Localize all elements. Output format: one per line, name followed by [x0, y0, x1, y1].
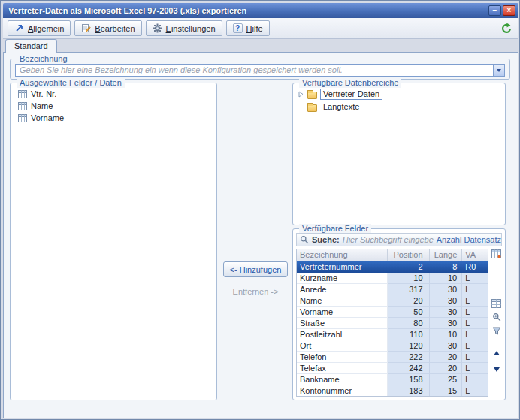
cell-position: 120 [388, 340, 430, 352]
cell-name: Straße [297, 318, 388, 329]
help-icon: ? [233, 23, 243, 33]
cell-name: Kontonummer [297, 385, 388, 397]
bezeichnung-group: Bezeichnung Geben Sie hier eine Bezeichn… [10, 59, 510, 80]
tree-item[interactable]: Langtexte [298, 101, 501, 113]
search-bar[interactable]: Suche: Hier Suchbegriff eingebe Anzahl D… [296, 233, 502, 246]
filter-icon[interactable] [491, 325, 502, 336]
cell-laenge: 20 [430, 352, 463, 363]
cell-position: 2 [388, 261, 430, 273]
field-row[interactable]: Bankname15825L [297, 374, 488, 385]
cell-va: R0 [462, 261, 488, 273]
selected-fields-list: Vtr.-Nr. Name Vorname [15, 88, 213, 396]
allgemein-button[interactable]: Allgemein [8, 20, 71, 36]
field-row[interactable]: Telefax24220L [297, 363, 488, 374]
combo-dropdown-button[interactable] [493, 65, 504, 76]
minimize-button[interactable]: − [488, 5, 501, 16]
selected-fields-group: Ausgewählte Felder / Daten Vtr.-Nr. Name… [10, 83, 217, 400]
data-areas-tree: Vertreter-Daten Langtexte [298, 88, 501, 221]
cell-name: Vertreternummer [297, 261, 388, 273]
data-areas-group: Verfügbare Datenbereiche Vertreter-Daten… [292, 83, 506, 225]
cell-laenge: 10 [430, 329, 463, 340]
cell-laenge: 30 [430, 295, 463, 307]
selected-fields-legend: Ausgewählte Felder / Daten [17, 78, 125, 88]
scroll-down-button[interactable] [491, 364, 502, 375]
hilfe-button[interactable]: ? Hilfe [226, 20, 270, 36]
col-header-position[interactable]: Position [388, 249, 430, 261]
search-label: Suche: [312, 235, 340, 244]
bezeichnung-placeholder: Geben Sie hier eine Bezeichnung ein wenn… [16, 65, 493, 76]
cell-position: 110 [388, 329, 430, 340]
data-areas-legend: Verfügbare Datenbereiche [299, 78, 401, 88]
field-row[interactable]: Vertreternummer28R0 [297, 261, 488, 273]
field-row[interactable]: Straße8030L [297, 318, 488, 329]
table-side-toolbar [490, 249, 503, 397]
content-panel: Bezeichnung Geben Sie hier eine Bezeichn… [3, 52, 518, 418]
col-header-bezeichnung[interactable]: Bezeichnung [297, 249, 388, 261]
cell-va: L [462, 284, 488, 295]
tree-item[interactable]: Vertreter-Daten [298, 88, 501, 101]
cell-position: 242 [388, 363, 430, 374]
col-header-laenge[interactable]: Länge [430, 249, 463, 261]
einstellungen-button[interactable]: Einstellungen [146, 20, 222, 36]
cell-name: Bankname [297, 374, 388, 385]
list-item[interactable]: Vtr.-Nr. [15, 88, 213, 100]
bezeichnung-combobox[interactable]: Geben Sie hier eine Bezeichnung ein wenn… [15, 64, 505, 77]
field-row[interactable]: Anrede31730L [297, 284, 488, 295]
list-item-label: Vorname [31, 113, 64, 122]
record-count: Anzahl Datensätze: 77 [437, 235, 502, 244]
bearbeiten-button[interactable]: Bearbeiten [74, 20, 141, 36]
cell-laenge: 10 [430, 273, 463, 284]
list-item-label: Vtr.-Nr. [31, 89, 56, 98]
cell-name: Ort [297, 340, 388, 352]
field-row[interactable]: Kontonummer18315L [297, 385, 488, 397]
field-row[interactable]: Postleitzahl11010L [297, 329, 488, 340]
folder-icon [307, 104, 317, 112]
cell-position: 317 [388, 284, 430, 295]
list-item[interactable]: Name [15, 100, 213, 112]
tab-standard[interactable]: Standard [5, 39, 57, 53]
table-header[interactable]: Bezeichnung Position Länge VA [297, 249, 488, 261]
cell-position: 80 [388, 318, 430, 329]
cell-name: Telefon [297, 352, 388, 363]
remove-button[interactable]: Entfernen -> [223, 287, 288, 296]
window-title: Vertreter-Daten als Microsoft Excel 97-2… [8, 6, 246, 15]
titlebar[interactable]: Vertreter-Daten als Microsoft Excel 97-2… [3, 3, 518, 18]
tree-item-label: Vertreter-Daten [320, 89, 382, 100]
field-row[interactable]: Ort12030L [297, 340, 488, 352]
search-input[interactable]: Hier Suchbegriff eingebe [343, 235, 434, 244]
close-button[interactable]: × [503, 5, 515, 16]
col-header-va[interactable]: VA [462, 249, 488, 261]
column-edit-icon[interactable] [491, 249, 502, 259]
cell-va: L [462, 352, 488, 363]
cell-laenge: 25 [430, 374, 463, 385]
cell-laenge: 8 [430, 261, 463, 273]
field-row[interactable]: Kurzname1010L [297, 273, 488, 284]
field-grid-icon [18, 114, 27, 122]
export-refresh-icon[interactable] [499, 22, 514, 35]
allgemein-label: Allgemein [28, 24, 64, 33]
field-row[interactable]: Telefon22220L [297, 352, 488, 363]
zoom-icon[interactable] [491, 312, 502, 322]
cell-laenge: 30 [430, 307, 463, 318]
add-button[interactable]: <- Hinzufügen [223, 261, 288, 277]
folder-icon [307, 92, 317, 99]
field-row[interactable]: Vorname5030L [297, 307, 488, 318]
cell-laenge: 30 [430, 340, 463, 352]
einstellungen-label: Einstellungen [166, 24, 216, 33]
cell-name: Anrede [297, 284, 388, 295]
cell-va: L [462, 363, 488, 374]
cell-va: L [462, 385, 488, 397]
cell-name: Postleitzahl [297, 329, 388, 340]
grid-view-icon[interactable] [491, 298, 502, 309]
field-row[interactable]: Name2030L [297, 295, 488, 307]
cell-laenge: 20 [430, 363, 463, 374]
list-item[interactable]: Vorname [15, 112, 213, 124]
cell-position: 10 [388, 273, 430, 284]
expander-icon[interactable] [298, 91, 304, 98]
cell-va: L [462, 318, 488, 329]
bezeichnung-legend: Bezeichnung [17, 54, 71, 64]
cell-va: L [462, 295, 488, 307]
scroll-up-button[interactable] [491, 348, 502, 358]
cell-position: 158 [388, 374, 430, 385]
cell-position: 50 [388, 307, 430, 318]
